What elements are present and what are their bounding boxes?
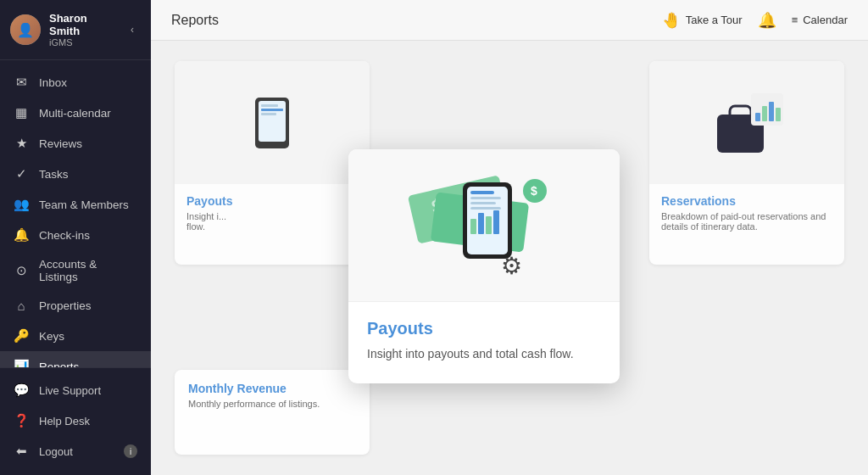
- take-tour-button[interactable]: 🤚 Take a Tour: [662, 11, 743, 30]
- user-info: Sharon Smith iGMS: [49, 12, 120, 48]
- avatar: 👤: [10, 14, 41, 45]
- monthly-card-title: Monthly Revenue: [188, 382, 356, 395]
- bg-card-reservations: Reservations Breakdown of paid-out reser…: [649, 61, 844, 265]
- popup-card-payouts[interactable]: $ $: [348, 149, 620, 383]
- svg-rect-8: [755, 113, 760, 121]
- user-company: iGMS: [49, 37, 120, 48]
- sidebar-label-properties: Properties: [39, 299, 92, 312]
- team-icon: 👥: [14, 197, 29, 212]
- svg-rect-18: [470, 191, 494, 194]
- reservations-card-title: Reservations: [661, 194, 832, 208]
- sidebar-item-help-desk[interactable]: ❓ Help Desk: [0, 405, 151, 436]
- help-icon: ❓: [14, 413, 29, 428]
- popup-image: $ $: [348, 149, 620, 302]
- tasks-icon: ✓: [14, 166, 29, 182]
- sidebar-label-keys: Keys: [39, 330, 64, 343]
- take-tour-label: Take a Tour: [686, 14, 743, 26]
- sidebar-item-multi-calendar[interactable]: ▦ Multi-calendar: [0, 98, 151, 128]
- svg-rect-22: [470, 219, 476, 234]
- sidebar-item-team-members[interactable]: 👥 Team & Members: [0, 189, 151, 220]
- reservations-card-desc: Breakdown of paid-out reservations and d…: [661, 211, 832, 232]
- sidebar-label-help-desk: Help Desk: [39, 415, 90, 428]
- sidebar-collapse-button[interactable]: ‹: [124, 21, 141, 38]
- sidebar-item-reports[interactable]: 📊 Reports: [0, 351, 151, 367]
- svg-rect-1: [259, 101, 286, 142]
- sidebar-header: 👤 Sharon Smith iGMS ‹: [0, 0, 151, 60]
- page-title: Reports: [171, 13, 219, 28]
- sidebar-item-reviews[interactable]: ★ Reviews: [0, 128, 151, 159]
- keys-icon: 🔑: [14, 328, 29, 344]
- sidebar-item-live-support[interactable]: 💬 Live Support: [0, 375, 151, 405]
- sidebar-item-keys[interactable]: 🔑 Keys: [0, 321, 151, 351]
- sidebar-item-tasks[interactable]: ✓ Tasks: [0, 159, 151, 189]
- user-name: Sharon Smith: [49, 12, 120, 37]
- sidebar-label-tasks: Tasks: [39, 168, 69, 181]
- logout-icon: ⬅: [14, 444, 29, 459]
- svg-rect-10: [769, 102, 774, 121]
- reports-icon: 📊: [14, 359, 29, 367]
- support-icon: 💬: [14, 383, 29, 398]
- properties-icon: ⌂: [14, 299, 29, 313]
- star-icon: ★: [14, 136, 29, 151]
- sidebar-label-inbox: Inbox: [39, 76, 67, 89]
- svg-rect-9: [762, 106, 767, 121]
- main-content: Reports 🤚 Take a Tour 🔔 ≡ Calendar: [151, 0, 868, 475]
- monthly-card-desc: Monthly performance of listings.: [188, 399, 356, 409]
- logout-info-badge: i: [124, 444, 137, 458]
- popup-body: Payouts Insight into payouts and total c…: [348, 302, 620, 383]
- sidebar-label-logout: Logout: [39, 445, 73, 458]
- sidebar-item-accounts-listings[interactable]: ⊙ Accounts & Listings: [0, 250, 151, 291]
- svg-rect-25: [493, 210, 499, 234]
- tour-icon: 🤚: [662, 11, 681, 30]
- svg-rect-4: [261, 113, 276, 115]
- content-area: Payouts Insight i...flow. Reservatio: [151, 41, 868, 475]
- sidebar-label-accounts: Accounts & Listings: [39, 258, 137, 283]
- topbar-actions: 🤚 Take a Tour 🔔 ≡ Calendar: [662, 11, 848, 30]
- popup-title: Payouts: [367, 319, 601, 338]
- notification-bell-icon[interactable]: 🔔: [758, 11, 776, 30]
- bg-card-payouts: Payouts Insight i...flow.: [175, 61, 370, 265]
- svg-rect-2: [261, 104, 278, 107]
- inbox-icon: ✉: [14, 75, 29, 90]
- sidebar-label-reports: Reports: [39, 360, 79, 368]
- svg-rect-3: [261, 109, 283, 111]
- sidebar-label-live-support: Live Support: [39, 384, 101, 397]
- accounts-icon: ⊙: [14, 263, 29, 278]
- sidebar-bottom: 💬 Live Support ❓ Help Desk ⬅ Logout i: [0, 367, 151, 475]
- sidebar-label-team: Team & Members: [39, 198, 129, 211]
- sidebar-nav: ✉ Inbox ▦ Multi-calendar ★ Reviews ✓ Tas…: [0, 60, 151, 367]
- svg-rect-24: [486, 216, 492, 234]
- sidebar: 👤 Sharon Smith iGMS ‹ ✉ Inbox ▦ Multi-ca…: [0, 0, 151, 475]
- popup-description: Insight into payouts and total cash flow…: [367, 345, 601, 363]
- svg-rect-21: [470, 207, 501, 210]
- sidebar-item-inbox[interactable]: ✉ Inbox: [0, 67, 151, 98]
- sidebar-label-checkins: Check-ins: [39, 229, 90, 242]
- checkins-icon: 🔔: [14, 227, 29, 243]
- svg-rect-20: [470, 202, 496, 204]
- calendar-label: Calendar: [803, 14, 848, 26]
- topbar: Reports 🤚 Take a Tour 🔔 ≡ Calendar: [151, 0, 868, 41]
- sidebar-item-checkins[interactable]: 🔔 Check-ins: [0, 220, 151, 250]
- svg-rect-23: [478, 213, 484, 234]
- sidebar-label-reviews: Reviews: [39, 137, 82, 150]
- svg-text:⚙: ⚙: [501, 253, 522, 279]
- sidebar-item-logout[interactable]: ⬅ Logout i: [0, 436, 151, 467]
- sidebar-item-properties[interactable]: ⌂ Properties: [0, 291, 151, 321]
- calendar-button[interactable]: ≡ Calendar: [792, 14, 848, 26]
- svg-text:$: $: [531, 184, 537, 198]
- calendar-icon-top: ≡: [792, 14, 798, 26]
- calendar-icon: ▦: [14, 105, 29, 120]
- sidebar-label-multi-calendar: Multi-calendar: [39, 107, 111, 120]
- avatar-image: 👤: [10, 14, 41, 45]
- bg-card-monthly: Monthly Revenue Monthly performance of l…: [175, 370, 370, 455]
- svg-rect-19: [470, 197, 501, 199]
- svg-rect-11: [776, 108, 781, 121]
